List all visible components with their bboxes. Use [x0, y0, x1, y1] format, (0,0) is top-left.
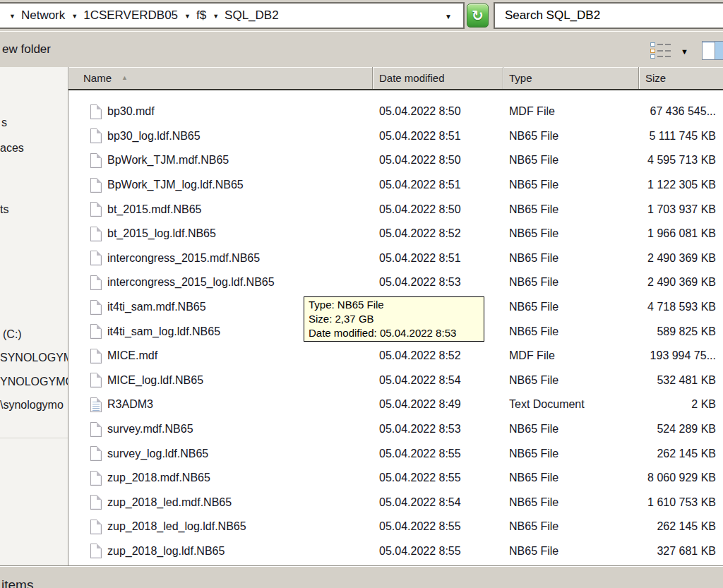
- views-dropdown-icon[interactable]: ▼: [681, 47, 688, 56]
- breadcrumb-dropdown-icon[interactable]: ▼: [184, 13, 191, 20]
- file-icon: [90, 300, 102, 315]
- file-type-cell: Text Document: [503, 398, 639, 411]
- file-type-cell: NB65 File: [503, 325, 639, 338]
- file-date-cell: 05.04.2022 8:50: [373, 154, 503, 167]
- file-name-cell: BpWork_TJM.mdf.NB65: [68, 153, 373, 168]
- breadcrumb-dropdown-icon[interactable]: ▼: [71, 13, 78, 20]
- file-size-cell: 1 610 753 KB: [639, 496, 723, 509]
- breadcrumb-segment[interactable]: SQL_DB2: [225, 8, 279, 23]
- file-type-cell: NB65 File: [503, 301, 639, 313]
- search-input[interactable]: [495, 4, 723, 28]
- table-row[interactable]: survey_log.ldf.NB65 05.04.2022 8:55 NB65…: [68, 441, 723, 466]
- breadcrumb-segment[interactable]: f$: [196, 8, 206, 23]
- sidebar-item[interactable]: aces: [0, 142, 24, 155]
- file-icon: [90, 227, 102, 241]
- address-bar[interactable]: ▼Network▼1CSERVERDB05▼f$▼SQL_DB2 ▼: [0, 2, 465, 29]
- file-date-cell: 05.04.2022 8:53: [373, 276, 503, 289]
- tooltip-date-line: Date modified: 05.04.2022 8:53: [309, 326, 479, 340]
- breadcrumb-dropdown-icon[interactable]: ▼: [213, 13, 219, 20]
- file-name: intercongress_2015_log.ldf.NB65: [107, 276, 275, 289]
- file-type-cell: NB65 File: [503, 545, 639, 558]
- sidebar-item[interactable]: YNOLOGYMO: [0, 376, 74, 388]
- table-row[interactable]: BpWork_TJM_log.ldf.NB65 05.04.2022 8:51 …: [68, 173, 723, 198]
- file-date-cell: 05.04.2022 8:51: [373, 179, 503, 191]
- preview-pane-icon[interactable]: [702, 41, 723, 60]
- file-size-cell: 532 481 KB: [639, 374, 723, 387]
- sidebar-item[interactable]: s: [1, 116, 7, 129]
- file-date-cell: 05.04.2022 8:53: [373, 423, 503, 436]
- table-row[interactable]: bt_2015.mdf.NB65 05.04.2022 8:50 NB65 Fi…: [68, 197, 723, 222]
- table-row[interactable]: intercongress_2015.mdf.NB65 05.04.2022 8…: [68, 246, 723, 271]
- sidebar-item[interactable]: (C:): [3, 328, 22, 341]
- file-size-cell: 4 718 593 KB: [639, 301, 723, 313]
- file-size-cell: 524 289 KB: [639, 423, 723, 436]
- file-name: zup_2018_log.ldf.NB65: [107, 545, 225, 558]
- file-type-cell: MDF File: [503, 349, 639, 362]
- refresh-button[interactable]: ↻: [467, 4, 489, 28]
- file-type-cell: NB65 File: [503, 252, 639, 265]
- tooltip-type-line: Type: NB65 File: [309, 298, 479, 312]
- file-name-cell: bt_2015.mdf.NB65: [68, 202, 373, 217]
- change-view-icon[interactable]: [650, 42, 671, 59]
- table-row[interactable]: R3ADM3 05.04.2022 8:49 Text Document 2 K…: [68, 392, 723, 417]
- file-icon: [90, 324, 102, 339]
- file-name-cell: intercongress_2015_log.ldf.NB65: [68, 275, 373, 290]
- table-row[interactable]: intercongress_2015_log.ldf.NB65 05.04.20…: [68, 270, 723, 295]
- file-type-cell: NB65 File: [503, 496, 639, 509]
- file-icon: [90, 349, 102, 364]
- file-type-cell: NB65 File: [503, 130, 639, 143]
- file-date-cell: 05.04.2022 8:55: [373, 520, 503, 533]
- file-size-cell: 1 703 937 KB: [639, 203, 723, 216]
- file-icon: [90, 275, 102, 290]
- table-row[interactable]: zup_2018_led_log.ldf.NB65 05.04.2022 8:5…: [68, 515, 723, 539]
- file-type-cell: NB65 File: [503, 423, 639, 436]
- file-name: zup_2018.mdf.NB65: [107, 472, 210, 484]
- column-header-type[interactable]: Type: [503, 67, 639, 89]
- search-box: [494, 2, 723, 29]
- file-date-cell: 05.04.2022 8:51: [373, 130, 503, 143]
- file-name: MICE_log.ldf.NB65: [107, 374, 203, 387]
- file-icon: [90, 471, 102, 486]
- sidebar-item[interactable]: SYNOLOGYM: [0, 352, 73, 364]
- file-date-cell: 05.04.2022 8:54: [373, 496, 503, 509]
- sidebar-item[interactable]: \synologymo: [0, 399, 64, 412]
- file-size-cell: 193 994 75...: [639, 349, 723, 362]
- sidebar-item[interactable]: ts: [0, 203, 8, 216]
- file-name-cell: BpWork_TJM_log.ldf.NB65: [68, 178, 373, 193]
- column-header-size[interactable]: Size: [639, 67, 723, 89]
- file-name: intercongress_2015.mdf.NB65: [107, 252, 260, 265]
- column-header-date-modified[interactable]: Date modified: [373, 67, 503, 89]
- table-row[interactable]: zup_2018.mdf.NB65 05.04.2022 8:55 NB65 F…: [68, 466, 723, 491]
- table-row[interactable]: bt_2015_log.ldf.NB65 05.04.2022 8:52 NB6…: [68, 222, 723, 246]
- table-row[interactable]: survey.mdf.NB65 05.04.2022 8:53 NB65 Fil…: [68, 417, 723, 442]
- table-row[interactable]: bp30.mdf 05.04.2022 8:50 MDF File 67 436…: [68, 100, 723, 124]
- file-name: bt_2015_log.ldf.NB65: [107, 227, 216, 240]
- breadcrumb-segment[interactable]: Network: [21, 8, 65, 23]
- file-icon: [90, 373, 102, 388]
- table-row[interactable]: zup_2018_led.mdf.NB65 05.04.2022 8:54 NB…: [68, 491, 723, 515]
- table-row[interactable]: bp30_log.ldf.NB65 05.04.2022 8:51 NB65 F…: [68, 124, 723, 149]
- file-icon: [90, 520, 102, 534]
- file-icon: [90, 544, 102, 558]
- file-size-cell: 5 111 745 KB: [639, 130, 723, 143]
- column-header-row: Name ▲ Date modified Type Size: [68, 67, 723, 90]
- file-size-cell: 2 KB: [639, 398, 723, 411]
- file-date-cell: 05.04.2022 8:49: [373, 398, 503, 411]
- breadcrumb-segment[interactable]: 1CSERVERDB05: [83, 8, 178, 23]
- file-icon: [90, 495, 102, 510]
- file-icon: [90, 153, 102, 168]
- column-header-name[interactable]: Name ▲: [68, 67, 373, 89]
- address-history-dropdown-icon[interactable]: ▼: [445, 11, 452, 20]
- file-type-cell: MDF File: [503, 105, 639, 118]
- table-row[interactable]: MICE_log.ldf.NB65 05.04.2022 8:54 NB65 F…: [68, 368, 723, 393]
- table-row[interactable]: MICE.mdf 05.04.2022 8:52 MDF File 193 99…: [68, 344, 723, 368]
- breadcrumb-dropdown-icon[interactable]: ▼: [9, 13, 16, 20]
- file-icon: [90, 397, 102, 412]
- file-icon: [90, 128, 102, 143]
- table-row[interactable]: BpWork_TJM.mdf.NB65 05.04.2022 8:50 NB65…: [68, 148, 723, 173]
- breadcrumb: ▼Network▼1CSERVERDB05▼f$▼SQL_DB2: [0, 8, 445, 23]
- new-folder-button[interactable]: ew folder: [2, 42, 51, 56]
- items-count-label: items: [1, 577, 33, 588]
- command-toolbar: ew folder ▼: [0, 31, 723, 67]
- table-row[interactable]: zup_2018_log.ldf.NB65 05.04.2022 8:55 NB…: [68, 539, 723, 564]
